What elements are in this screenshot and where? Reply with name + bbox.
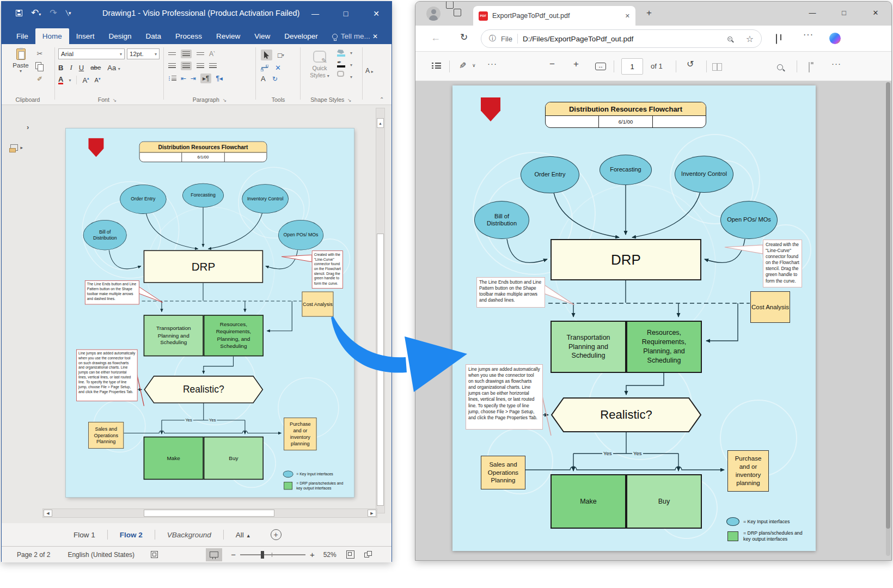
- menubar-close-icon[interactable]: ✕: [365, 29, 385, 44]
- tab-view[interactable]: View: [247, 28, 277, 44]
- line-color-icon[interactable]: ✒: [337, 60, 345, 68]
- decrease-indent-icon[interactable]: ⇤: [181, 75, 186, 82]
- split-screen-icon[interactable]: [776, 34, 777, 44]
- page-tab-vbackground[interactable]: VBackground: [155, 531, 223, 539]
- page-tab-flow1[interactable]: Flow 1: [62, 531, 107, 539]
- toc-icon[interactable]: [432, 63, 441, 69]
- paste-button[interactable]: Paste ▾: [9, 48, 32, 74]
- tab-developer[interactable]: Developer: [277, 28, 325, 44]
- zoom-slider[interactable]: [240, 551, 305, 559]
- italic-button[interactable]: I: [70, 63, 72, 72]
- font-dialog-launcher-icon[interactable]: ↘: [113, 97, 117, 103]
- align-middle-icon[interactable]: [181, 50, 192, 58]
- font-color-caret[interactable]: ▾: [69, 78, 71, 83]
- effects-caret-icon[interactable]: ▾: [350, 75, 352, 79]
- zoom-out-button[interactable]: −: [231, 550, 236, 559]
- tab-close-icon[interactable]: ✕: [625, 13, 630, 20]
- format-painter-icon[interactable]: ✐: [37, 75, 42, 83]
- tab-review[interactable]: Review: [209, 28, 247, 44]
- tab-process[interactable]: Process: [168, 28, 209, 44]
- presentation-mode-icon[interactable]: [206, 548, 222, 561]
- pdf-more-options-icon[interactable]: ···: [831, 59, 841, 68]
- profile-avatar-icon[interactable]: [426, 7, 441, 21]
- redo-icon[interactable]: ↷: [50, 8, 57, 18]
- settings-more-icon[interactable]: ···: [803, 30, 814, 40]
- page-tab-flow2[interactable]: Flow 2: [108, 531, 155, 539]
- customize-quick-access-icon[interactable]: ╲▾: [66, 10, 71, 16]
- pdf-scrollbar[interactable]: [886, 82, 890, 556]
- rectangle-tool-icon[interactable]: □▾: [278, 51, 284, 59]
- scroll-up-icon[interactable]: ▲: [377, 118, 384, 128]
- edge-minimize-button[interactable]: —: [797, 2, 828, 23]
- fill-color-icon[interactable]: [337, 50, 345, 57]
- change-case-button[interactable]: Aa ▾: [107, 64, 120, 72]
- font-family-select[interactable]: Arial▾: [58, 48, 125, 59]
- justify-icon[interactable]: [209, 63, 217, 69]
- horizontal-scrollbar[interactable]: ◀ ▶: [42, 509, 377, 518]
- switch-windows-icon[interactable]: [364, 551, 372, 558]
- tab-design[interactable]: Design: [102, 28, 139, 44]
- text-direction-rtl-icon[interactable]: ¶◂: [216, 75, 222, 82]
- tab-insert[interactable]: Insert: [69, 28, 102, 44]
- back-icon[interactable]: ←: [431, 32, 441, 44]
- text-direction-ltr-icon[interactable]: ▸¶: [200, 74, 211, 83]
- shrink-font-button[interactable]: A▾: [95, 77, 101, 83]
- pointer-tool-icon[interactable]: [261, 50, 272, 60]
- grow-font-button[interactable]: A▴: [82, 76, 89, 84]
- tab-data[interactable]: Data: [139, 28, 169, 44]
- edge-maximize-button[interactable]: □: [828, 2, 860, 23]
- save-icon[interactable]: [16, 10, 22, 16]
- text-tool-icon[interactable]: A: [261, 75, 266, 83]
- edge-active-tab[interactable]: PDF ExportPageToPdf_out.pdf ✕: [473, 6, 635, 26]
- copilot-icon[interactable]: [829, 33, 841, 44]
- zoom-out-page-icon[interactable]: [727, 36, 732, 41]
- increase-indent-icon[interactable]: ⇥: [191, 75, 196, 82]
- copy-icon[interactable]: [35, 62, 44, 71]
- bullets-icon[interactable]: ⁝: [168, 75, 176, 82]
- zoom-slider-thumb[interactable]: [261, 551, 264, 559]
- fit-to-width-icon[interactable]: ↔: [595, 63, 606, 70]
- quick-styles-button[interactable]: Quick Styles ▾: [305, 51, 334, 79]
- edge-close-button[interactable]: ✕: [860, 2, 891, 23]
- visio-maximize-button[interactable]: □: [331, 2, 361, 26]
- collapse-ribbon-icon[interactable]: ⌃: [380, 96, 384, 102]
- favorites-star-icon[interactable]: ☆: [746, 34, 754, 44]
- visio-close-button[interactable]: ✕: [361, 2, 392, 26]
- font-color-button[interactable]: A: [58, 76, 63, 84]
- align-top-icon[interactable]: [168, 52, 176, 56]
- status-page-info[interactable]: Page 2 of 2: [17, 551, 50, 559]
- add-page-icon[interactable]: +: [271, 529, 282, 540]
- address-bar[interactable]: ⓘ File D:/Files/ExportPageToPdf_out.pdf …: [481, 29, 762, 48]
- vertical-scrollbar[interactable]: ▲: [376, 108, 385, 513]
- status-language[interactable]: English (United States): [68, 551, 134, 559]
- fill-caret-icon[interactable]: ▾: [350, 51, 352, 56]
- pdf-scroll-thumb[interactable]: [886, 82, 890, 529]
- cut-icon[interactable]: ✂: [37, 50, 43, 58]
- fit-page-icon[interactable]: [346, 550, 354, 559]
- text-rotate-icon[interactable]: A‵: [209, 50, 215, 58]
- tab-file[interactable]: File: [9, 28, 35, 44]
- line-caret-icon[interactable]: ▾: [350, 63, 352, 68]
- align-center-icon[interactable]: [181, 62, 192, 70]
- font-size-select[interactable]: 12pt.▾: [127, 48, 160, 59]
- shape-styles-dialog-launcher-icon[interactable]: ↘: [347, 97, 352, 103]
- macro-record-icon[interactable]: [151, 551, 158, 558]
- pdf-zoom-in-icon[interactable]: +: [573, 59, 579, 70]
- pdf-content-area[interactable]: Distribution Resources Flowchart 6/1/00 …: [415, 81, 891, 561]
- new-tab-icon[interactable]: +: [646, 8, 652, 19]
- delete-tool-icon[interactable]: ✕: [275, 64, 281, 72]
- pdf-save-icon[interactable]: [809, 63, 810, 72]
- page-info-icon[interactable]: ⓘ: [489, 34, 496, 44]
- rotate-tool-icon[interactable]: ↻: [272, 75, 278, 83]
- pdf-zoom-out-icon[interactable]: −: [549, 59, 555, 70]
- align-left-icon[interactable]: [168, 63, 176, 69]
- shapes-panel-expand-icon[interactable]: ›: [27, 123, 29, 131]
- align-bottom-icon[interactable]: [197, 52, 204, 56]
- stencil-icon[interactable]: ▸: [10, 142, 23, 152]
- pdf-more-tools-icon[interactable]: ···: [487, 59, 497, 68]
- annotate-pen-icon[interactable]: ✎: [459, 60, 466, 71]
- scroll-left-icon[interactable]: ◀: [44, 510, 52, 517]
- zoom-in-button[interactable]: +: [310, 550, 315, 559]
- underline-button[interactable]: U: [79, 64, 84, 72]
- page-number-input[interactable]: [621, 58, 643, 75]
